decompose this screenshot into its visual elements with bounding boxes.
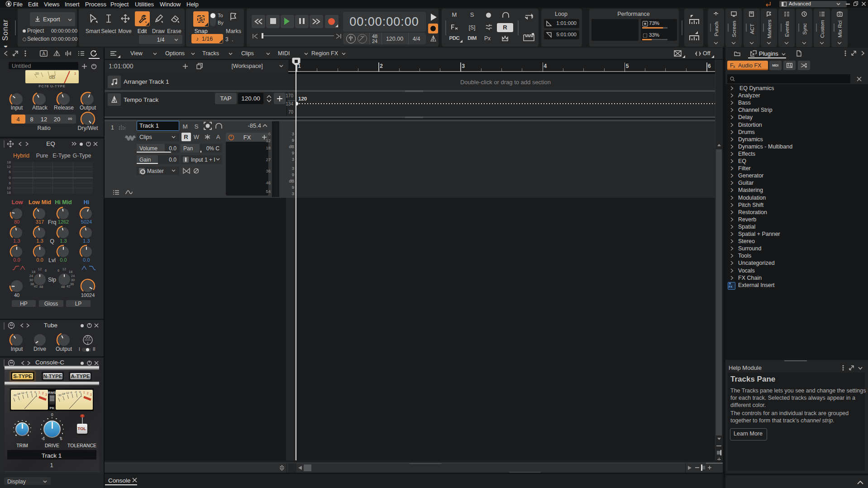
svg-text:3: 3 — [45, 393, 47, 396]
svg-text:-12: -12 — [65, 392, 69, 394]
svg-text:-12: -12 — [20, 392, 24, 394]
svg-text:1: 1 — [38, 391, 40, 394]
svg-text:-18: -18 — [61, 392, 65, 395]
svg-text:2: 2 — [42, 392, 44, 395]
svg-text:S: S — [199, 16, 203, 23]
svg-text:1: 1 — [83, 391, 85, 394]
svg-text:-3: -3 — [74, 391, 77, 393]
svg-text:2: 2 — [87, 392, 89, 395]
svg-text:-6: -6 — [25, 391, 28, 394]
svg-text:0: 0 — [79, 391, 81, 393]
svg-text:3: 3 — [74, 72, 76, 75]
svg-text:0: 0 — [34, 391, 36, 393]
svg-text:-18: -18 — [16, 392, 20, 395]
svg-text:20: 20 — [35, 72, 39, 75]
svg-text:-6: -6 — [70, 391, 72, 394]
svg-text:3: 3 — [90, 393, 92, 396]
svg-text:-3: -3 — [29, 391, 32, 393]
svg-text:♪: ♪ — [196, 36, 199, 42]
svg-text:A: A — [42, 51, 45, 56]
